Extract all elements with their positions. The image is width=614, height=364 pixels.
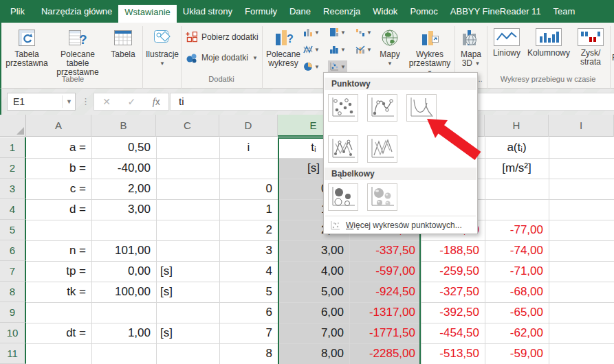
cell-H10[interactable]: -62,00 — [485, 323, 549, 343]
insert-pie-chart-button[interactable]: ▼ — [302, 60, 321, 73]
cell-D9[interactable]: 6 — [219, 302, 278, 323]
cell-B8[interactable]: 100,00 — [91, 282, 156, 302]
map-3d-button[interactable]: Mapa 3D ▼ — [457, 25, 485, 68]
cell-D6[interactable]: 3 — [219, 240, 278, 261]
cell-D10[interactable]: 7 — [219, 323, 278, 343]
tab-abbyy-finereader[interactable]: ABBYY FineReader 11 — [444, 0, 547, 23]
tab-team[interactable]: Team — [547, 0, 582, 23]
row-header-3[interactable]: 3 — [0, 179, 26, 199]
cell-H5[interactable]: -77,00 — [485, 220, 549, 240]
cell-B10[interactable]: 1,00 — [91, 323, 156, 343]
cell-F8[interactable]: -924,50 — [349, 282, 421, 302]
cell-H1[interactable]: a(tᵢ) — [485, 137, 549, 158]
insert-combo-chart-button[interactable]: ▼ — [354, 43, 373, 56]
cell-H2[interactable]: [m/s²] — [485, 158, 549, 179]
row-header-10[interactable]: 10 — [0, 323, 26, 343]
cell-D3[interactable]: 0 — [219, 179, 278, 199]
pivot-chart-button[interactable]: Wykres przestawny ▼ — [408, 25, 451, 77]
cell-B4[interactable]: 3,00 — [91, 199, 156, 220]
chevron-down-icon[interactable]: ▼ — [66, 93, 72, 110]
more-scatter-charts-item[interactable]: Więcej wykresów punktowych... — [325, 218, 476, 233]
tab-formuly[interactable]: Formuły — [239, 0, 283, 23]
cell-C10[interactable]: [s] — [156, 323, 219, 343]
tab-narzedzia-glowne[interactable]: Narzędzia główne — [35, 0, 118, 23]
insert-statistic-chart-button[interactable]: ▼ — [328, 43, 347, 56]
table-button[interactable]: Tabela — [106, 25, 140, 59]
insert-hierarchy-chart-button[interactable]: ▼ — [328, 26, 347, 38]
cell-B3[interactable]: 2,00 — [91, 179, 156, 199]
cell-D7[interactable]: 4 — [219, 261, 278, 282]
cell-F6[interactable]: -337,50 — [349, 240, 421, 261]
cell-F7[interactable]: -597,00 — [349, 261, 421, 282]
cancel-icon[interactable]: ✕ — [102, 96, 111, 107]
column-header-D[interactable]: D — [219, 115, 278, 137]
row-header-7[interactable]: 7 — [0, 261, 26, 282]
sparkline-winloss-button[interactable]: Zysk/strata — [574, 25, 607, 67]
my-addins-button[interactable]: Moje dodatki ▼ — [186, 50, 258, 65]
cell-D8[interactable]: 5 — [219, 282, 278, 302]
cell-D5[interactable]: 2 — [219, 220, 278, 240]
cell-E7[interactable]: 4,00 — [278, 261, 349, 282]
cell-A2[interactable]: b = — [26, 158, 91, 179]
cell-A1[interactable]: a = — [26, 137, 91, 158]
cell-D11[interactable]: 8 — [219, 343, 278, 364]
column-header-H[interactable]: H — [485, 115, 549, 137]
row-header-1[interactable]: 1 — [0, 137, 26, 158]
cell-D1[interactable]: i — [219, 137, 278, 158]
cell-G9[interactable]: -392,50 — [421, 302, 485, 323]
insert-function-icon[interactable]: fx — [153, 96, 160, 108]
cell-G7[interactable]: -259,50 — [421, 261, 485, 282]
column-header-A[interactable]: A — [26, 115, 91, 137]
formula-bar-grip[interactable]: ⋮ — [81, 93, 90, 111]
recommended-charts-button[interactable]: ? Polecane wykresy — [265, 25, 302, 68]
column-header-C[interactable]: C — [156, 115, 219, 137]
sparkline-column-button[interactable]: Kolumnowy — [525, 25, 573, 58]
row-header-6[interactable]: 6 — [0, 240, 26, 261]
tab-pomoc[interactable]: Pomoc — [404, 0, 443, 23]
cell-G6[interactable]: -188,50 — [421, 240, 485, 261]
row-header-11[interactable]: 11 — [0, 343, 26, 364]
cell-H7[interactable]: -71,00 — [485, 261, 549, 282]
tab-plik[interactable]: Plik — [0, 0, 35, 23]
tab-widok[interactable]: Widok — [366, 0, 404, 23]
cell-A7[interactable]: tp = — [26, 261, 91, 282]
cell-E11[interactable]: 8,00 — [278, 343, 349, 364]
scatter-straight-lines-markers-option[interactable] — [328, 135, 358, 163]
bubble-3d-chart-option[interactable] — [367, 183, 397, 211]
maps-button[interactable]: Mapy▼ — [374, 25, 406, 68]
tab-dane[interactable]: Dane — [283, 0, 317, 23]
tab-wstawianie[interactable]: Wstawianie — [118, 5, 176, 23]
name-box[interactable]: E1 ▼ — [7, 93, 76, 111]
cell-B7[interactable]: 0,00 — [91, 261, 156, 282]
cell-H9[interactable]: -65,00 — [485, 302, 549, 323]
cell-A3[interactable]: c = — [26, 179, 91, 199]
row-header-8[interactable]: 8 — [0, 282, 26, 302]
row-header-9[interactable]: 9 — [0, 302, 26, 323]
tab-recenzja[interactable]: Recenzja — [317, 0, 366, 23]
tab-uklad-strony[interactable]: Układ strony — [177, 0, 239, 23]
cell-C7[interactable]: [s] — [156, 261, 219, 282]
cell-C8[interactable]: [s] — [156, 282, 219, 302]
cell-D4[interactable]: 1 — [219, 199, 278, 220]
cell-H8[interactable]: -68,00 — [485, 282, 549, 302]
cell-G10[interactable]: -454,50 — [421, 323, 485, 343]
cell-E8[interactable]: 5,00 — [278, 282, 349, 302]
bubble-chart-option[interactable] — [328, 183, 358, 211]
cell-A6[interactable]: n = — [26, 240, 91, 261]
row-header-5[interactable]: 5 — [0, 220, 26, 240]
scatter-straight-lines-option[interactable] — [367, 135, 397, 163]
insert-scatter-chart-button[interactable]: ▼ — [328, 60, 347, 73]
cell-H6[interactable]: -74,00 — [485, 240, 549, 261]
cell-B1[interactable]: 0,50 — [91, 137, 156, 158]
cell-G8[interactable]: -327,50 — [421, 282, 485, 302]
column-header-B[interactable]: B — [91, 115, 156, 137]
cell-E6[interactable]: 3,00 — [278, 240, 349, 261]
cell-F10[interactable]: -1771,50 — [349, 323, 421, 343]
insert-waterfall-chart-button[interactable]: ▼ — [354, 26, 373, 38]
insert-line-chart-button[interactable]: ▼ — [302, 43, 321, 56]
cell-A8[interactable]: tk = — [26, 282, 91, 302]
column-header-I[interactable]: I — [549, 115, 614, 137]
recommended-pivots-button[interactable]: ? Polecane tabele przestawne — [50, 25, 106, 77]
cell-A4[interactable]: d = — [26, 199, 91, 220]
cell-E10[interactable]: 7,00 — [278, 323, 349, 343]
